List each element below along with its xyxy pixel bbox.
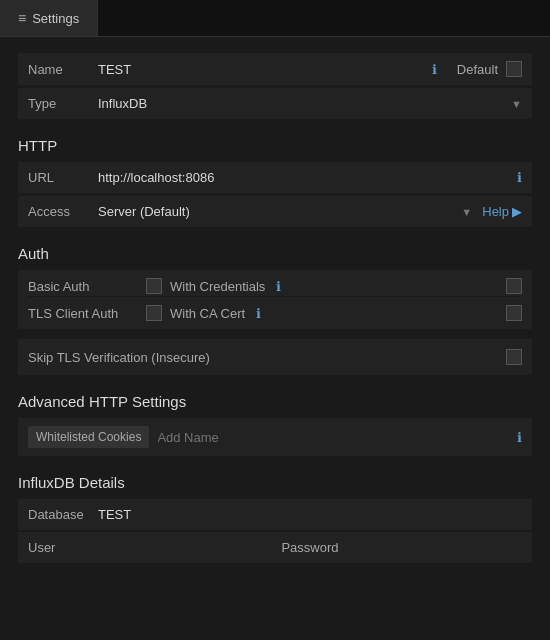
http-section-heading: HTTP <box>18 137 532 154</box>
access-select-wrapper: Server (Default) ▼ <box>98 204 472 219</box>
ca-cert-info-icon[interactable]: ℹ <box>256 306 261 321</box>
database-label: Database <box>28 507 98 522</box>
auth-section-heading: Auth <box>18 245 532 262</box>
influxdb-form-group: Database User Password <box>18 499 532 563</box>
name-info-icon[interactable]: ℹ <box>432 62 437 77</box>
type-select[interactable]: InfluxDB <box>98 96 525 111</box>
with-credentials-label: With Credentials ℹ <box>170 279 498 294</box>
tls-auth-row: TLS Client Auth With CA Cert ℹ <box>28 296 522 321</box>
whitelisted-row: Whitelisted Cookies ℹ <box>18 418 532 456</box>
content-area: Name ℹ Default Type InfluxDB ▼ HTTP URL … <box>0 37 550 581</box>
basic-auth-row: Basic Auth With Credentials ℹ <box>28 278 522 294</box>
user-label: User <box>28 540 98 555</box>
access-select[interactable]: Server (Default) <box>98 204 475 219</box>
url-label: URL <box>28 170 98 185</box>
with-ca-cert-label: With CA Cert ℹ <box>170 306 498 321</box>
tab-settings-label: Settings <box>32 11 79 26</box>
tab-bar: ≡ Settings <box>0 0 550 37</box>
whitelisted-info-icon[interactable]: ℹ <box>517 430 522 445</box>
skip-tls-row: Skip TLS Verification (Insecure) <box>18 339 532 375</box>
url-input[interactable] <box>98 170 511 185</box>
with-credentials-checkbox[interactable] <box>506 278 522 294</box>
tls-auth-checkbox[interactable] <box>146 305 162 321</box>
basic-auth-label: Basic Auth <box>28 279 138 294</box>
skip-tls-label: Skip TLS Verification (Insecure) <box>28 350 496 365</box>
settings-icon: ≡ <box>18 10 26 26</box>
basic-auth-checkbox[interactable] <box>146 278 162 294</box>
url-row: URL ℹ <box>18 162 532 193</box>
help-arrow-icon: ▶ <box>512 204 522 219</box>
tls-auth-label: TLS Client Auth <box>28 306 138 321</box>
access-label: Access <box>28 204 98 219</box>
database-input[interactable] <box>98 507 522 522</box>
help-label: Help <box>482 204 509 219</box>
name-label: Name <box>28 62 98 77</box>
access-row: Access Server (Default) ▼ Help ▶ <box>18 195 532 227</box>
advanced-section-heading: Advanced HTTP Settings <box>18 393 532 410</box>
type-label: Type <box>28 96 98 111</box>
type-select-wrapper: InfluxDB ▼ <box>98 96 522 111</box>
influxdb-section-heading: InfluxDB Details <box>18 474 532 491</box>
whitelisted-badge: Whitelisted Cookies <box>28 426 149 448</box>
default-checkbox[interactable] <box>506 61 522 77</box>
url-info-icon[interactable]: ℹ <box>517 170 522 185</box>
name-input[interactable] <box>98 62 426 77</box>
default-label: Default <box>457 62 498 77</box>
type-row: Type InfluxDB ▼ <box>18 87 532 119</box>
auth-checkbox-area: Basic Auth With Credentials ℹ TLS Client… <box>18 270 532 329</box>
name-row: Name ℹ Default <box>18 53 532 85</box>
add-name-input[interactable] <box>157 430 503 445</box>
tab-settings[interactable]: ≡ Settings <box>0 0 98 36</box>
password-input[interactable] <box>343 540 523 555</box>
http-form-group: URL ℹ Access Server (Default) ▼ Help ▶ <box>18 162 532 227</box>
skip-tls-checkbox[interactable] <box>506 349 522 365</box>
with-credentials-info-icon[interactable]: ℹ <box>276 279 281 294</box>
user-password-row: User Password <box>18 532 532 563</box>
password-label: Password <box>278 540 343 555</box>
database-row: Database <box>18 499 532 530</box>
with-ca-cert-checkbox[interactable] <box>506 305 522 321</box>
help-link[interactable]: Help ▶ <box>482 204 522 219</box>
user-input[interactable] <box>98 540 278 555</box>
